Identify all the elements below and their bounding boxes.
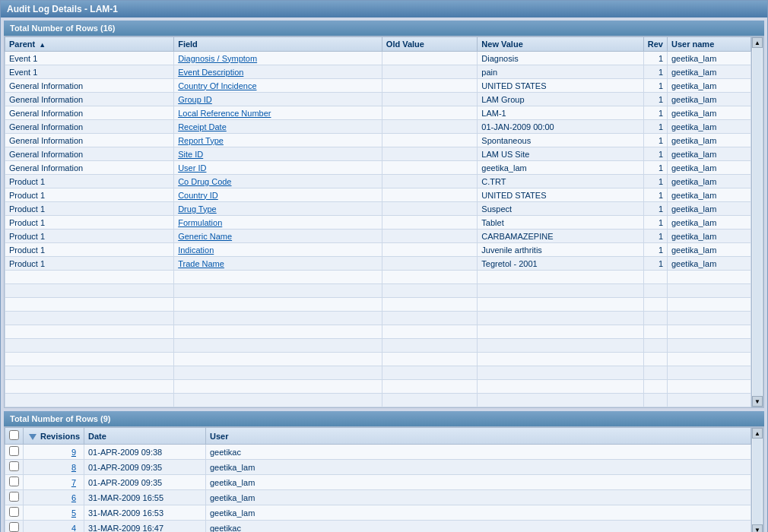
cell-rev: 1 <box>643 93 667 106</box>
row-checkbox[interactable] <box>9 492 19 502</box>
cell-user: geetika_lam <box>206 460 751 475</box>
cell-field[interactable]: User ID <box>174 161 382 175</box>
table-row: Product 1 Formulation Tablet 1 geetika_l… <box>5 216 751 230</box>
select-all-checkbox[interactable] <box>9 430 19 440</box>
cell-old-value <box>382 106 478 120</box>
cell-user: geetika_lam <box>668 230 751 243</box>
table-row: Product 1 Indication Juvenile arthritis … <box>5 243 751 257</box>
table-row: General Information Receipt Date 01-JAN-… <box>5 120 751 134</box>
col-parent: Parent ▲ <box>5 37 174 52</box>
list-item: 8 01-APR-2009 09:35 geetika_lam <box>5 460 751 475</box>
cell-user: geetika_lam <box>668 175 751 188</box>
cell-old-value <box>382 188 478 202</box>
bottom-scroll-down-button[interactable]: ▼ <box>752 524 763 532</box>
table-row: Product 1 Co Drug Code C.TRT 1 geetika_l… <box>5 175 751 188</box>
col-field: Field <box>174 37 382 52</box>
table-row: Event 1 Diagnosis / Symptom Diagnosis 1 … <box>5 52 751 65</box>
cell-field[interactable]: Generic Name <box>174 230 382 243</box>
row-checkbox[interactable] <box>9 446 19 456</box>
cell-rev: 1 <box>643 79 667 93</box>
cell-parent: Product 1 <box>5 230 174 243</box>
cell-parent: General Information <box>5 120 174 134</box>
cell-field[interactable]: Formulation <box>174 216 382 230</box>
row-checkbox[interactable] <box>9 461 19 471</box>
cell-parent: Product 1 <box>5 243 174 257</box>
table-row: General Information Group ID LAM Group 1… <box>5 93 751 106</box>
cell-date: 01-APR-2009 09:38 <box>84 445 206 460</box>
col-rev: Rev <box>643 37 667 52</box>
cell-revision: 6 <box>24 490 84 505</box>
cell-field[interactable]: Report Type <box>174 134 382 147</box>
table-row: Product 1 Generic Name CARBAMAZEPINE 1 g… <box>5 230 751 243</box>
cell-old-value <box>382 134 478 147</box>
row-checkbox[interactable] <box>9 477 19 486</box>
table-row: Event 1 Event Description pain 1 geetika… <box>5 65 751 79</box>
cell-revision: 4 <box>24 521 84 533</box>
cell-user: geetika_lam <box>668 216 751 230</box>
cell-user: geetika_lam <box>668 147 751 161</box>
cell-user: geetika_lam <box>668 120 751 134</box>
col-new-value: New Value <box>478 37 643 52</box>
cell-new-value: LAM-1 <box>478 106 643 120</box>
top-scrollbar[interactable]: ▲ ▼ <box>751 36 763 407</box>
cell-user: geetika_lam <box>668 79 751 93</box>
table-row: General Information Report Type Spontane… <box>5 134 751 147</box>
cell-user: geetika_lam <box>668 52 751 65</box>
cell-field[interactable]: Co Drug Code <box>174 175 382 188</box>
cell-field[interactable]: Indication <box>174 243 382 257</box>
row-checkbox[interactable] <box>9 507 19 517</box>
cell-field[interactable]: Group ID <box>174 93 382 106</box>
title-bar: Audit Log Details - LAM-1 <box>1 1 767 17</box>
list-item: 7 01-APR-2009 09:35 geetika_lam <box>5 475 751 490</box>
cell-old-value <box>382 147 478 161</box>
cell-user: geetika_lam <box>668 243 751 257</box>
cell-parent: Product 1 <box>5 202 174 216</box>
bottom-table-container: Revisions Date User <box>4 426 764 532</box>
cell-rev: 1 <box>643 65 667 79</box>
table-row: Product 1 Country ID UNITED STATES 1 gee… <box>5 188 751 202</box>
cell-field[interactable]: Receipt Date <box>174 120 382 134</box>
table-row: General Information User ID geetika_lam … <box>5 161 751 175</box>
cell-rev: 1 <box>643 134 667 147</box>
cell-field[interactable]: Site ID <box>174 147 382 161</box>
cell-field[interactable]: Country Of Incidence <box>174 79 382 93</box>
cell-parent: General Information <box>5 147 174 161</box>
scroll-down-button[interactable]: ▼ <box>752 396 763 407</box>
row-checkbox-cell <box>5 475 24 490</box>
cell-field[interactable]: Local Reference Number <box>174 106 382 120</box>
cell-new-value: geetika_lam <box>478 161 643 175</box>
cell-rev: 1 <box>643 161 667 175</box>
empty-row <box>5 366 751 380</box>
empty-row <box>5 312 751 325</box>
table-row: General Information Country Of Incidence… <box>5 79 751 93</box>
cell-user: geetika_lam <box>668 106 751 120</box>
cell-old-value <box>382 120 478 134</box>
cell-user: geetika_lam <box>206 490 751 505</box>
bottom-scrollbar[interactable]: ▲ ▼ <box>751 427 763 532</box>
cell-parent: General Information <box>5 161 174 175</box>
revisions-table: Revisions Date User <box>5 427 751 532</box>
list-item: 4 31-MAR-2009 16:47 geetikac <box>5 521 751 533</box>
empty-row <box>5 380 751 394</box>
cell-new-value: CARBAMAZEPINE <box>478 230 643 243</box>
bottom-scroll-up-button[interactable]: ▲ <box>752 428 763 439</box>
cell-field[interactable]: Event Description <box>174 65 382 79</box>
cell-field[interactable]: Drug Type <box>174 202 382 216</box>
cell-new-value: Juvenile arthritis <box>478 243 643 257</box>
cell-old-value <box>382 161 478 175</box>
scroll-up-button[interactable]: ▲ <box>752 37 763 48</box>
row-checkbox[interactable] <box>9 522 19 532</box>
cell-old-value <box>382 65 478 79</box>
row-checkbox-cell <box>5 460 24 475</box>
sort-icon-parent[interactable]: ▲ <box>39 41 46 49</box>
cell-new-value: UNITED STATES <box>478 79 643 93</box>
cell-user: geetika_lam <box>668 93 751 106</box>
cell-field[interactable]: Diagnosis / Symptom <box>174 52 382 65</box>
cell-new-value: C.TRT <box>478 175 643 188</box>
cell-field[interactable]: Trade Name <box>174 257 382 271</box>
cell-field[interactable]: Country ID <box>174 188 382 202</box>
table-row: Product 1 Drug Type Suspect 1 geetika_la… <box>5 202 751 216</box>
top-section-header: Total Number of Rows (16) <box>4 21 764 36</box>
cell-date: 01-APR-2009 09:35 <box>84 460 206 475</box>
cell-rev: 1 <box>643 175 667 188</box>
